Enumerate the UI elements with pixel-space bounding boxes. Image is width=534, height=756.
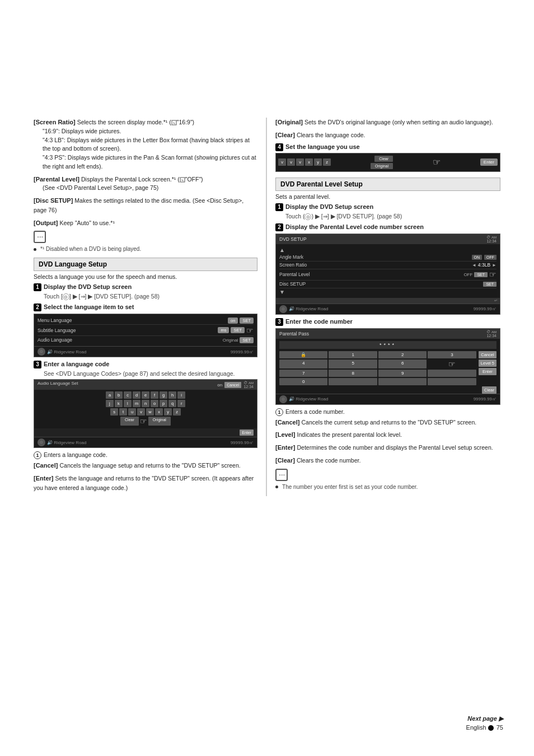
parental-cancel-item: [Cancel] Cancels the current setup and r… [275, 418, 500, 427]
parental-pass-body: **** 🔒 1 2 3 [276, 339, 500, 394]
parental-step3-footer-label: 🔊 Ridgeview Road [289, 396, 328, 402]
numpad-finger: ☞ [428, 360, 476, 368]
parental-pass-header: Parental Pass ⏱ AM12:34 [276, 329, 500, 339]
bullet [34, 248, 36, 251]
key-o: o [151, 400, 158, 407]
lang-cancel-item: [Cancel] Cancels the language setup and … [34, 461, 257, 470]
parental-clear-row: Clear [279, 387, 496, 393]
key4-v: v [278, 158, 286, 166]
dvd-language-setup-header: DVD Language Setup [34, 258, 257, 271]
parental-step1-box: 1 [275, 203, 283, 211]
parental-nav-icon: ⊙ [305, 213, 311, 220]
parental-numpad-area: 🔒 1 2 3 4 5 6 ☞ [279, 351, 496, 385]
disc-setup-row-label: Disc SETUP [279, 281, 306, 287]
screen-ratio-desc: Selects the screen display mode.*¹ (✎"16… [77, 119, 194, 125]
parental-step2-screen-body: ▲ Angle Mark ON OFF Screen Ratio [276, 244, 500, 298]
lang-step3-content: Enter a language code [44, 361, 257, 367]
parental-numpad: 🔒 1 2 3 4 5 6 ☞ [279, 351, 476, 385]
lang-step2-label: Select the language item to set [44, 304, 134, 310]
key4-v3: v [296, 158, 304, 166]
sr-left-arrow: ◄ [472, 263, 476, 268]
lang-cancel-desc: Cancels the language setup and returns t… [59, 462, 240, 469]
sr-value: 4:3LB [478, 262, 490, 268]
numpad-row3: 7 8 9 [279, 370, 476, 377]
key-clear: Clear [120, 417, 139, 426]
english-label: English [466, 724, 486, 731]
parental-step3-footer: ⊙ 🔊 Ridgeview Road 99999.99㎡ [276, 394, 500, 404]
parental-bullet [275, 486, 278, 488]
parental-step1-label: Display the DVD Setup screen [285, 203, 373, 210]
subtitle-lang-set-btn: SET [231, 327, 245, 333]
parental-num-item-1: 1 Enters a code number. [275, 408, 500, 416]
lang-step1-label: Display the DVD Setup screen [44, 283, 132, 290]
lang-step4-btns: Clear Original [371, 156, 393, 169]
parental-level-item: [Parental Level] Displays the Parental L… [34, 175, 257, 193]
code-display: **** [279, 341, 496, 349]
key-3: 3 [428, 351, 476, 358]
nav-icon-keyboard: ⊙ [38, 438, 45, 446]
off-button: OFF [484, 255, 496, 260]
numpad-row4: 0 [279, 378, 476, 385]
parental-screen-enter-row: ↵ [276, 298, 500, 304]
screen-ratio-43lb: "4:3 LB": Displays wide pictures in the … [43, 136, 257, 154]
key-a: a [106, 391, 114, 399]
footer-road-label: 🔊 Ridgeview Road [47, 349, 86, 354]
key-r: r [177, 400, 185, 407]
note-disabled: *¹ Disabled when a DVD is being played. [34, 245, 257, 252]
next-page-label: Next page ▶ [467, 715, 503, 722]
nav-icon-footer: ⊙ [38, 348, 45, 356]
parental-set-btn: SET [474, 272, 488, 277]
lang-step1-row: 1 Display the DVD Setup screen [34, 283, 257, 291]
parental-step2-row: 2 Display the Parental Level code number… [275, 223, 500, 231]
parental-side-btns: Cancel Level 5 Enter [479, 351, 496, 385]
screen-ratio-label: [Screen Ratio] [34, 119, 76, 125]
key-empty2 [329, 378, 377, 385]
parental-clear-btn: Clear [482, 386, 496, 394]
subtitle-language-label: Subtitle Language [38, 328, 76, 333]
key-7: 7 [279, 370, 327, 377]
angle-mark-value: ON OFF [472, 255, 497, 260]
lang-enter-label: [Enter] [34, 475, 53, 482]
parental-screen-ratio-value: ◄ 4:3LB ► [472, 262, 496, 268]
key-d: d [133, 391, 140, 399]
step4-enter-btn: Enter [480, 158, 498, 166]
lang-step3-screen: Audio Language Set on Cancel ⏱ AM12:34 a… [34, 379, 257, 448]
lang-step4-row: 4 Set the language you use [275, 143, 500, 151]
info-icon-row: ⋯ [34, 231, 257, 243]
lang-step2-screen-body: Menu Language on SET Subtitle Language m… [34, 314, 257, 346]
audio-language-value: Original SET [223, 337, 254, 343]
parental-num-circle-1: 1 [275, 408, 283, 416]
keyboard-footer: Enter [34, 428, 257, 437]
keyboard-time: ⏱ AM12:34 [243, 381, 254, 389]
clear-desc: Clears the language code. [297, 132, 366, 138]
info-icon: ⋯ [34, 231, 46, 243]
output-item: [Output] Keep "Auto" to use.*¹ [34, 218, 257, 228]
parental-enter-btn: Enter [479, 368, 496, 375]
parental-footer-dist: 99999.99㎡ [474, 306, 496, 312]
key-w: w [146, 408, 154, 416]
key-p: p [160, 400, 167, 407]
subtitle-language-row: Subtitle Language ms SET ☞ [38, 325, 254, 336]
keyboard-header-right: on Cancel ⏱ AM12:34 [217, 381, 254, 389]
numpad-row2: 4 5 6 ☞ [279, 360, 476, 368]
parental-enter-label: [Enter] [275, 444, 295, 451]
lock-icon-cell: 🔒 [279, 351, 327, 358]
parental-level-row-label: Parental Level [279, 272, 310, 277]
step4-finger-icon: ☞ [433, 157, 441, 167]
keyboard-on-label: on [217, 382, 222, 388]
on-button: ON [472, 255, 483, 260]
parental-off-value: OFF [463, 272, 472, 277]
parental-dvd-setup-title: DVD SETUP [279, 236, 307, 242]
svg-text:✎: ✎ [181, 179, 184, 182]
footer-distance: 99999.99㎡ [231, 349, 254, 355]
key-9: 9 [378, 370, 427, 377]
lang-step1-content: Display the DVD Setup screen [44, 283, 257, 290]
right-column: [Original] Sets the DVD's original langu… [267, 118, 500, 496]
key-v: v [137, 408, 145, 416]
disc-setup-label: [Disc SETUP] [34, 197, 73, 204]
menu-language-row: Menu Language on SET [38, 316, 254, 325]
key-k: k [115, 400, 123, 407]
audio-language-row: Audio Language Original SET [38, 336, 254, 344]
subtitle-language-value: ms SET ☞ [218, 326, 254, 335]
screen-ratio-item: [Screen Ratio] Selects the screen displa… [34, 118, 257, 171]
